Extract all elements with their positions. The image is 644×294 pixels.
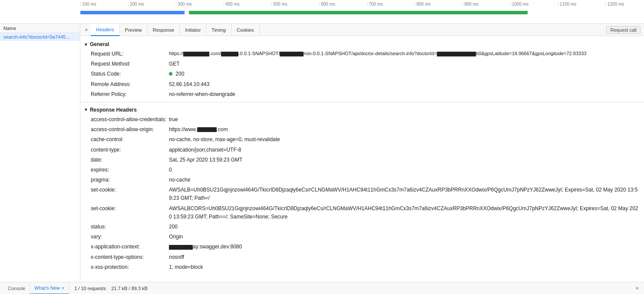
timeline-tick: 700 ms <box>367 2 415 7</box>
rh-pragma-row: pragma: no-cache <box>80 175 644 185</box>
tab-preview[interactable]: Preview <box>120 24 148 36</box>
status-code-number: 200 <box>175 71 184 77</box>
status-code-row: Status Code: 200 <box>80 69 644 79</box>
redact-origin <box>197 127 217 132</box>
referrer-policy-row: Referrer Policy: no-referrer-when-downgr… <box>80 89 644 99</box>
tab-headers-label: Headers <box>96 27 114 32</box>
tabs-bar: × Headers Preview Response Initiator Tim… <box>80 24 644 36</box>
rh-x-xss-name: x-xss-protection: <box>91 263 169 271</box>
rh-cache-control-name: cache-control: <box>91 135 169 144</box>
sidebar-item-label: search-info?doctorId=5a7445... <box>3 34 70 40</box>
request-url-row: Request URL: https://.com/-0.0.1-SNAPSHO… <box>80 49 644 59</box>
rh-access-control-credentials-name: access-control-allow-credentials: <box>91 116 169 124</box>
timeline-bar-blue <box>80 11 185 14</box>
rh-pragma-value: no-cache <box>169 176 641 184</box>
general-section-header[interactable]: ▼ General <box>80 40 644 49</box>
rh-x-content-type-value: nosniff <box>169 253 641 261</box>
status-code-value: 200 <box>169 70 641 78</box>
timeline-tick: 1200 ms <box>606 2 644 7</box>
remote-address-row: Remote Address: 52.66.164.10:443 <box>80 79 644 89</box>
bottom-tab-console-label: Console <box>8 286 25 291</box>
sidebar-header: Name <box>0 24 80 33</box>
request-method-row: Request Method: GET <box>80 59 644 69</box>
rh-vary-row: vary: Origin <box>80 232 644 242</box>
tab-headers[interactable]: Headers <box>91 24 120 36</box>
rh-x-app-context-value: ay:swagger,dev:8080 <box>169 243 641 251</box>
request-url-label: Request URL: <box>91 50 169 58</box>
bottom-bar-close-button[interactable]: × <box>634 285 641 291</box>
general-triangle-icon: ▼ <box>84 42 88 47</box>
timeline-tick: 400 ms <box>224 2 271 7</box>
response-headers-triangle-icon: ▼ <box>84 107 88 112</box>
rh-expires-name: expires: <box>91 166 169 174</box>
rh-expires-row: expires: 0 <box>80 165 644 175</box>
tab-response[interactable]: Response <box>148 24 180 36</box>
requests-size: 21.7 kB / 89.3 kB <box>111 286 148 291</box>
remote-address-value: 52.66.164.10:443 <box>169 80 641 89</box>
tab-initiator[interactable]: Initiator <box>180 24 206 36</box>
timeline-tick: 1100 ms <box>558 2 606 7</box>
requests-count: 1 / 10 requests <box>74 286 106 291</box>
rh-date-value: Sat, 25 Apr 2020 13:59:23 GMT <box>169 156 641 164</box>
referrer-policy-label: Referrer Policy: <box>91 90 169 99</box>
rh-access-control-origin-name: access-control-allow-origin: <box>91 126 169 134</box>
divider-1 <box>80 102 644 102</box>
right-panel: × Headers Preview Response Initiator Tim… <box>80 24 644 282</box>
copy-link-button[interactable]: Request call <box>606 26 641 34</box>
request-method-value: GET <box>169 60 641 68</box>
rh-x-content-type-name: x-content-type-options: <box>91 253 169 261</box>
general-section-label: General <box>90 41 109 47</box>
timeline-bar-row <box>80 8 644 17</box>
rh-vary-value: Origin <box>169 233 641 241</box>
rh-status-value: 200 <box>169 223 641 231</box>
rh-content-type-value: application/json;charset=UTF-8 <box>169 146 641 154</box>
rh-access-control-credentials-value: true <box>169 116 641 124</box>
rh-cache-control-value: no-cache, no-store, max-age=0, must-reva… <box>169 135 641 144</box>
rh-set-cookie-1-value: AWSALB=Uh0BSU21Gqjnjnzowi464G/TkicrID8Dj… <box>169 186 641 202</box>
response-headers-section-header[interactable]: ▼ Response Headers <box>80 105 644 115</box>
redact-1 <box>183 52 209 56</box>
tab-preview-label: Preview <box>125 27 142 33</box>
rh-content-type-name: content-type: <box>91 146 169 154</box>
tab-timing[interactable]: Timing <box>206 24 231 36</box>
rh-x-app-context-row: x-application-context: ay:swagger,dev:80… <box>80 242 644 252</box>
redact-app-context <box>169 245 193 250</box>
timeline-tick: 1000 ms <box>510 2 558 7</box>
rh-x-content-type-row: x-content-type-options: nosniff <box>80 252 644 262</box>
status-code-label: Status Code: <box>91 70 169 78</box>
rh-cache-control-row: cache-control: no-cache, no-store, max-a… <box>80 135 644 145</box>
bottom-bar: Console What's New × 1 / 10 requests 21.… <box>0 282 644 294</box>
timeline-tick: 800 ms <box>415 2 462 7</box>
timeline-tick: 100 ms <box>80 2 128 7</box>
bottom-tab-whats-new[interactable]: What's New × <box>30 282 69 294</box>
tab-initiator-label: Initiator <box>185 27 201 33</box>
rh-x-xss-row: x-xss-protection: 1; mode=block <box>80 262 644 272</box>
bottom-tab-console[interactable]: Console <box>3 282 30 294</box>
timeline-tick: 600 ms <box>319 2 367 7</box>
response-headers-section-label: Response Headers <box>90 107 137 113</box>
tab-response-label: Response <box>153 27 175 33</box>
request-url-value: https://.com/-0.0.1-SNAPSHOT/min-0.0.1-S… <box>169 50 641 58</box>
tab-cookies-label: Cookies <box>237 27 254 33</box>
rh-x-xss-value: 1; mode=block <box>169 263 641 271</box>
timeline-tick: 200 ms <box>128 2 176 7</box>
referrer-policy-value: no-referrer-when-downgrade <box>169 90 641 99</box>
tab-timing-label: Timing <box>211 27 226 33</box>
sidebar-item-search-info[interactable]: search-info?doctorId=5a7445... <box>0 33 80 41</box>
rh-set-cookie-1-name: set-cookie: <box>91 186 169 202</box>
redact-3 <box>280 52 304 56</box>
rh-vary-name: vary: <box>91 233 169 241</box>
sidebar-name-column-label: Name <box>3 26 16 31</box>
rh-access-control-origin-row: access-control-allow-origin: https://www… <box>80 125 644 135</box>
timeline-tick: 300 ms <box>176 2 224 7</box>
tab-close-icon[interactable]: × <box>82 26 91 34</box>
redact-2 <box>221 52 238 56</box>
requests-info: 1 / 10 requests 21.7 kB / 89.3 kB <box>69 286 153 291</box>
timeline-ruler: // Render timeline ticks inline after DO… <box>80 0 644 7</box>
rh-status-row: status: 200 <box>80 222 644 232</box>
bottom-tab-whats-new-close[interactable]: × <box>62 285 64 291</box>
content-area[interactable]: ▼ General Request URL: https://.com/-0.0… <box>80 36 644 282</box>
tab-cookies[interactable]: Cookies <box>231 24 260 36</box>
rh-status-name: status: <box>91 223 169 231</box>
rh-date-row: date: Sat, 25 Apr 2020 13:59:23 GMT <box>80 155 644 165</box>
